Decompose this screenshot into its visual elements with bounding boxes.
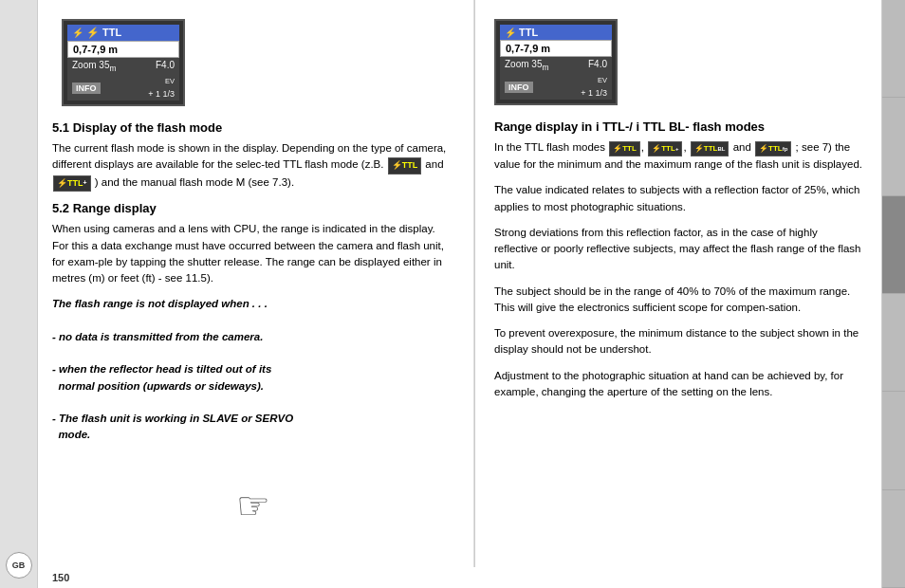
right-heading: Range display in i TTL-/ i TTL BL- flash… [494,119,862,134]
section-1-heading: 5.1 Display of the flash mode [52,120,454,135]
flash-widget-left: ⚡ ⚡ TTL 0,7-7,9 m Zoom 35m F4.0 INFO EV+… [62,19,185,106]
section-2-text1: When using cameras and a lens with CPU, … [52,221,454,286]
main-content: ⚡ ⚡ TTL 0,7-7,9 m Zoom 35m F4.0 INFO EV+… [38,0,881,588]
section-1-text: The current flash mode is shown in the d… [52,140,454,192]
range-value-right: 0,7-7,9 m [506,43,550,54]
ttl-row-right: ⚡ TTL [500,25,612,40]
right-tab-4 [882,294,905,392]
hand-icon-area: ☞ [52,453,454,559]
section-2-heading: 5.2 Range display [52,201,454,215]
right-tab-6 [882,490,905,588]
right-tab-5 [882,392,905,489]
ttl-badge-2: ⚡ TTL+ [53,175,91,193]
two-columns: ⚡ ⚡ TTL 0,7-7,9 m Zoom 35m F4.0 INFO EV+… [38,0,881,567]
italic-item-1: - no data is transmitted from the camera… [52,331,263,342]
mode-badge-1: ⚡ TTL [609,141,640,156]
range-value-left: 0,7-7,9 m [73,44,118,55]
right-para-1: The value indicated relates to subjects … [494,182,862,215]
italic-items: The flash range is not displayed when . … [52,296,454,443]
left-column: ⚡ ⚡ TTL 0,7-7,9 m Zoom 35m F4.0 INFO EV+… [38,0,474,567]
ttl-row-left: ⚡ ⚡ TTL [67,25,179,41]
right-para-4: To prevent overexposure, the minimum dis… [494,325,862,358]
flash-widget-right: ⚡ TTL 0,7-7,9 m Zoom 35m F4.0 INFO EV+ 1… [494,19,618,105]
ttl-icon-left: ⚡ [72,28,83,38]
gb-badge: GB [6,552,32,579]
ttl-badge-1: ⚡ TTL [388,157,422,175]
ttl-label-right: TTL [519,27,538,38]
ev-left: EV+ 1 1/3 [148,77,175,99]
range-row-right: 0,7-7,9 m [500,40,612,57]
zoom-label-right: Zoom 35m [505,59,548,72]
info-btn-left: INFO [72,83,101,94]
range-row-left: 0,7-7,9 m [67,41,179,58]
zoom-label-left: Zoom 35m [72,60,116,73]
info-row-left: INFO EV+ 1 1/3 [67,75,179,101]
mode-badge-2: ⚡ TTL+ [648,141,682,156]
right-tab-2 [882,98,905,195]
info-btn-right: INFO [505,82,533,93]
right-tab-1 [882,0,905,98]
aperture-left: F4.0 [156,60,175,73]
info-row-right: INFO EV+ 1 1/3 [500,74,612,100]
right-para-2: Strong deviations from this reflection f… [494,225,862,274]
italic-item-2: - when the reflector head is tilted out … [52,363,271,391]
ttl-label-left: ⚡ TTL [86,27,121,39]
right-para-3: The subject should be in the range of 40… [494,284,862,317]
zoom-row-left: Zoom 35m F4.0 [67,58,179,75]
mode-badge-4: ⚡ TTLfp [755,141,791,156]
right-column: ⚡ TTL 0,7-7,9 m Zoom 35m F4.0 INFO EV+ 1… [475,0,881,567]
right-tab-3 [882,196,905,294]
right-intro: In the TTL flash modes ⚡ TTL, ⚡ TTL+, ⚡ … [494,139,862,173]
left-sidebar: GB [0,0,38,588]
mode-badge-3: ⚡ TTLBL [691,141,730,156]
italic-item-0: The flash range is not displayed when . … [52,298,268,309]
page-number: 150 [38,567,881,588]
ev-right: EV+ 1 1/3 [581,76,607,98]
aperture-right: F4.0 [588,59,607,72]
italic-item-3: - The flash unit is working in SLAVE or … [52,413,293,440]
right-sidebar [881,0,905,588]
hand-icon: ☞ [236,484,270,527]
zoom-row-right: Zoom 35m F4.0 [500,57,612,74]
ttl-icon-right: ⚡ [505,28,516,38]
right-para-5: Adjustment to the photographic situation… [494,368,862,401]
